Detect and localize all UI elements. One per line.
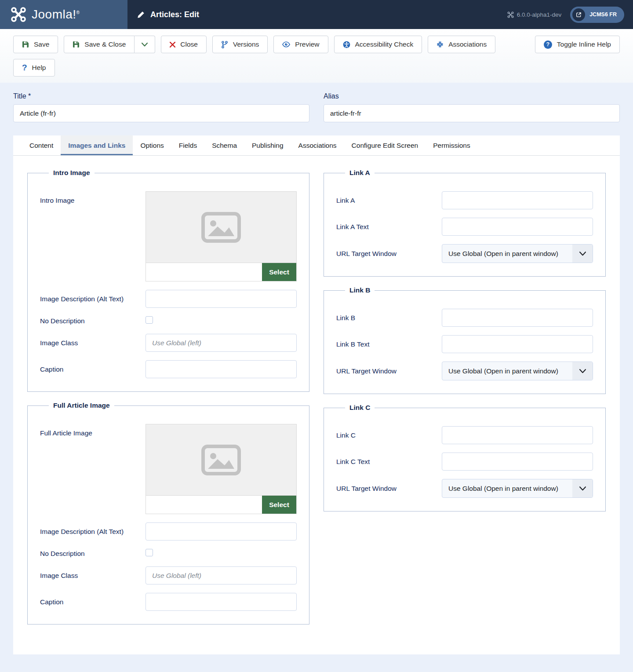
link-b-target-label: URL Target Window xyxy=(336,367,442,375)
full-image-class-input[interactable] xyxy=(146,566,297,584)
toggle-inline-help-button[interactable]: ? Toggle Inline Help xyxy=(535,36,620,53)
logo-band: Joomla!® xyxy=(0,0,127,29)
full-article-image-panel: Full Article Image Full Article Image xyxy=(27,402,309,625)
intro-caption-label: Caption xyxy=(40,365,146,373)
full-article-image-legend: Full Article Image xyxy=(49,402,114,409)
save-icon xyxy=(73,41,80,48)
tab-options[interactable]: Options xyxy=(133,135,171,155)
link-a-legend: Link A xyxy=(345,169,375,177)
tab-images-and-links[interactable]: Images and Links xyxy=(61,135,133,155)
tab-associations[interactable]: Associations xyxy=(291,135,344,155)
version-label: 6.0.0-alpha1-dev xyxy=(507,11,561,18)
link-a-target-label: URL Target Window xyxy=(336,250,442,258)
universal-access-icon xyxy=(343,41,350,48)
full-image-path-input[interactable] xyxy=(146,496,262,514)
close-icon xyxy=(170,42,175,47)
versions-button[interactable]: Versions xyxy=(212,36,268,53)
right-column: Link A Link A Link A Text URL Target Win… xyxy=(324,169,606,521)
edit-card: Content Images and Links Options Fields … xyxy=(13,135,620,654)
tab-content[interactable]: Content xyxy=(22,135,61,155)
code-branch-icon xyxy=(221,41,228,48)
link-c-input[interactable] xyxy=(442,426,593,444)
link-a-target-select[interactable]: Use Global (Open in parent window) xyxy=(442,244,593,263)
help-button[interactable]: ? Help xyxy=(13,59,55,77)
link-c-text-input[interactable] xyxy=(442,453,593,471)
app-header: Joomla!® Articles: Edit 6.0.0-alpha1-dev xyxy=(0,0,633,29)
full-image-label: Full Article Image xyxy=(40,429,146,437)
link-b-panel: Link B Link B Link B Text URL Target Win… xyxy=(324,286,606,394)
intro-image-label: Intro Image xyxy=(40,197,146,205)
save-close-button[interactable]: Save & Close xyxy=(64,36,135,53)
preview-button[interactable]: Preview xyxy=(273,36,328,53)
link-b-text-label: Link B Text xyxy=(336,340,442,348)
link-c-legend: Link C xyxy=(345,404,375,412)
intro-image-class-label: Image Class xyxy=(40,339,146,347)
external-link-icon xyxy=(572,8,585,21)
toolbar: Save Save & Close xyxy=(0,29,633,83)
intro-alt-label: Image Description (Alt Text) xyxy=(40,295,146,303)
link-c-text-label: Link C Text xyxy=(336,458,442,466)
title-label: Title * xyxy=(13,92,309,100)
tab-schema[interactable]: Schema xyxy=(204,135,244,155)
site-preview-button[interactable]: JCMS6 FR xyxy=(570,7,624,23)
link-b-input[interactable] xyxy=(442,309,593,327)
chevron-down-icon xyxy=(572,479,593,497)
intro-no-description-label: No Description xyxy=(40,317,146,325)
chevron-down-icon xyxy=(572,245,593,263)
save-close-group: Save & Close xyxy=(64,36,155,53)
save-options-toggle-button[interactable] xyxy=(135,36,155,53)
left-column: Intro Image Intro Image xyxy=(27,169,309,634)
full-image-class-label: Image Class xyxy=(40,572,146,580)
link-c-label: Link C xyxy=(336,431,442,439)
full-no-description-checkbox[interactable] xyxy=(146,549,153,556)
link-a-text-input[interactable] xyxy=(442,218,593,236)
logo-text: Joomla!® xyxy=(32,7,80,22)
save-button[interactable]: Save xyxy=(13,36,58,53)
image-placeholder-icon xyxy=(201,444,241,476)
tab-fields[interactable]: Fields xyxy=(171,135,204,155)
full-caption-input[interactable] xyxy=(146,593,297,611)
joomla-logo-icon xyxy=(11,7,26,22)
tab-permissions[interactable]: Permissions xyxy=(426,135,477,155)
link-b-text-input[interactable] xyxy=(442,335,593,353)
chevron-down-icon xyxy=(572,362,593,380)
associations-button[interactable]: Associations xyxy=(428,36,495,53)
full-alt-input[interactable] xyxy=(146,522,297,541)
link-a-text-label: Link A Text xyxy=(336,223,442,231)
link-b-target-select[interactable]: Use Global (Open in parent window) xyxy=(442,362,593,380)
eye-icon xyxy=(282,41,290,47)
tab-publishing[interactable]: Publishing xyxy=(244,135,291,155)
intro-no-description-checkbox[interactable] xyxy=(146,316,153,324)
question-icon: ? xyxy=(22,63,27,73)
link-b-label: Link B xyxy=(336,314,442,322)
link-c-panel: Link C Link C Link C Text URL Target Win… xyxy=(324,404,606,511)
alias-input[interactable] xyxy=(324,104,620,122)
close-button[interactable]: Close xyxy=(161,36,207,53)
accessibility-check-button[interactable]: Accessibility Check xyxy=(334,36,422,53)
tab-configure-edit-screen[interactable]: Configure Edit Screen xyxy=(344,135,426,155)
full-image-select-button[interactable]: Select xyxy=(262,496,296,514)
page-title: Articles: Edit xyxy=(127,0,199,29)
link-c-target-label: URL Target Window xyxy=(336,485,442,493)
intro-caption-input[interactable] xyxy=(146,360,297,378)
intro-image-preview xyxy=(146,191,297,263)
link-c-target-select[interactable]: Use Global (Open in parent window) xyxy=(442,479,593,498)
link-a-label: Link A xyxy=(336,197,442,205)
intro-image-path-input[interactable] xyxy=(146,263,262,281)
intro-image-legend: Intro Image xyxy=(49,169,95,177)
intro-alt-input[interactable] xyxy=(146,290,297,308)
intro-image-select-button[interactable]: Select xyxy=(262,263,296,281)
title-input[interactable] xyxy=(13,104,309,122)
link-a-input[interactable] xyxy=(442,191,593,209)
save-icon xyxy=(22,41,29,48)
intro-image-panel: Intro Image Intro Image xyxy=(27,169,309,392)
full-image-preview xyxy=(146,424,297,495)
full-alt-label: Image Description (Alt Text) xyxy=(40,528,146,536)
intro-image-class-input[interactable] xyxy=(146,334,297,352)
image-placeholder-icon xyxy=(201,212,241,243)
joomla-version-icon xyxy=(507,11,514,18)
pencil-icon xyxy=(137,11,145,18)
title-alias-row: Title * Alias xyxy=(0,83,633,122)
alias-label: Alias xyxy=(324,92,620,100)
chevron-down-icon xyxy=(142,43,148,47)
